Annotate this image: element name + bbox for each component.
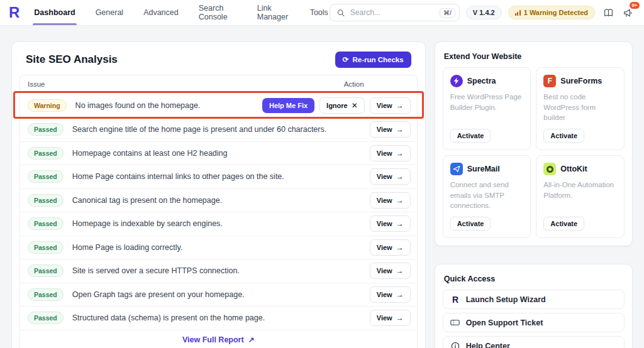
view-button[interactable]: View → [370,239,411,256]
status-badge: Passed [28,217,64,230]
notification-count-badge: 9+ [630,2,640,9]
issue-text: Homepage contains at least one H2 headin… [72,149,370,158]
row-actions: View → [370,310,411,326]
issue-text: Homepage is indexable by search engines. [72,219,370,228]
rerun-checks-button[interactable]: ⟳ Re-run Checks [335,52,411,68]
nav-tab[interactable]: Tools [309,0,330,25]
view-button[interactable]: View → [370,121,411,138]
seo-check-row: Passed Canonical tag is present on the h… [20,189,417,213]
sureforms-icon: F [543,75,556,87]
row-actions: View → [370,215,411,232]
view-full-report-link[interactable]: View Full Report ↗ [20,330,417,348]
arrow-right-icon: → [396,266,404,275]
plugin-card-spectra: Spectra Free WordPress Page Builder Plug… [443,67,531,150]
status-badge: Passed [28,288,64,301]
extend-your-website-panel: Extend Your Website Spectra Free WordPre… [435,41,633,246]
plugin-description: Free WordPress Page Builder Plugin. [450,92,524,123]
row-actions: View → [370,263,411,279]
status-badge: Passed [28,123,64,136]
view-button[interactable]: View → [370,97,411,114]
seo-check-row: Passed Structured data (schema) is prese… [20,307,417,330]
ottokit-icon [543,163,556,175]
book-icon [603,8,614,18]
global-search[interactable]: ⌘/ [330,4,460,21]
view-button[interactable]: View → [370,168,411,185]
right-sidebar: Extend Your Website Spectra Free WordPre… [435,41,633,348]
nav-tab[interactable]: Link Manager [256,0,291,25]
brand-r-icon: R [450,295,460,305]
activate-suremail-button[interactable]: Activate [450,217,491,231]
view-button[interactable]: View → [370,263,411,279]
row-actions: View → [370,121,411,138]
page-content: Site SEO Analysis ⟳ Re-run Checks Issue … [0,26,644,348]
row-actions: View → [370,168,411,185]
signal-bars-icon [515,10,521,16]
arrow-right-icon: → [396,290,404,299]
activate-spectra-button[interactable]: Activate [450,129,491,143]
announcements-button[interactable]: 9+ [621,6,635,19]
ticket-icon [450,318,460,327]
documentation-button[interactable] [601,6,615,19]
row-actions: View → [370,286,411,303]
close-icon: ✕ [352,101,358,110]
view-button[interactable]: View → [370,286,411,303]
ignore-button[interactable]: Ignore ✕ [319,97,365,114]
help-center-item[interactable]: Help Center [443,336,625,348]
activate-sureforms-button[interactable]: Activate [543,129,584,143]
open-support-ticket-item[interactable]: Open Support Ticket [443,313,625,332]
status-badge: Passed [28,264,64,277]
row-actions: View → [370,239,411,256]
issue-text: Site is served over a secure HTTPS conne… [72,266,370,275]
issue-text: Search engine title of the home page is … [72,125,370,134]
plugin-description: All-in-One Automation Platform. [543,180,617,211]
nav-tab[interactable]: General [94,0,125,25]
launch-setup-wizard-item[interactable]: R Launch Setup Wizard [443,290,625,309]
plugin-description: Best no code WordPress form builder [543,92,617,123]
spectra-icon [450,75,463,87]
search-input[interactable] [350,8,435,17]
info-icon [450,342,460,348]
activate-ottokit-button[interactable]: Activate [543,217,584,231]
seo-check-row: Passed Homepage contains at least one H2… [20,142,417,166]
nav-tab[interactable]: Search Console [197,0,238,25]
status-badge: Passed [28,312,64,324]
topbar-right-cluster: ⌘/ V 1.4.2 1 Warning Detected 9+ [330,0,635,25]
site-seo-analysis-panel: Site SEO Analysis ⟳ Re-run Checks Issue … [11,41,426,348]
plugin-name: OttoKit [560,165,587,173]
plugin-name: SureForms [560,77,602,85]
panel-header: Site SEO Analysis ⟳ Re-run Checks [12,42,425,75]
view-button[interactable]: View → [370,192,411,209]
view-button[interactable]: View → [370,145,411,161]
panel-title: Site SEO Analysis [26,53,118,66]
issue-text: No images found on the homepage. [75,101,262,110]
status-badge: Warning [28,99,67,112]
nav-tab[interactable]: Dashboard [33,0,76,25]
seo-check-row: Passed Home Page contains internal links… [20,165,417,189]
view-button[interactable]: View → [370,215,411,232]
status-badge: Passed [28,241,64,254]
warning-detected-badge[interactable]: 1 Warning Detected [508,6,595,19]
arrow-right-icon: → [396,101,404,110]
seo-check-row: Passed Site is served over a secure HTTP… [20,259,417,283]
plugin-grid: Spectra Free WordPress Page Builder Plug… [443,67,625,238]
arrow-right-icon: → [396,243,404,252]
version-badge: V 1.4.2 [466,6,502,19]
plugin-name: SureMail [467,165,500,173]
search-shortcut-key: ⌘/ [440,8,455,18]
arrow-right-icon: → [396,125,404,134]
logo-letter: R [9,4,19,21]
refresh-icon: ⟳ [343,55,349,64]
seo-check-row: Passed Home Page is loading correctly. V… [20,236,417,260]
status-badge: Passed [28,194,64,207]
nav-tab[interactable]: Advanced [142,0,180,25]
brand-logo[interactable]: R [9,0,19,25]
panel-title: Quick Access [443,272,625,290]
row-actions: View → [370,192,411,209]
app-window: R Dashboard General Advanced Search Cons… [0,0,644,348]
seo-check-row-warning: Warning No images found on the homepage.… [20,93,417,118]
row-actions: Help Me Fix Ignore ✕ View → [262,97,411,114]
view-button[interactable]: View → [370,310,411,326]
panel-title: Extend Your Website [443,50,625,67]
status-badge: Passed [28,170,64,183]
help-me-fix-button[interactable]: Help Me Fix [262,98,314,113]
